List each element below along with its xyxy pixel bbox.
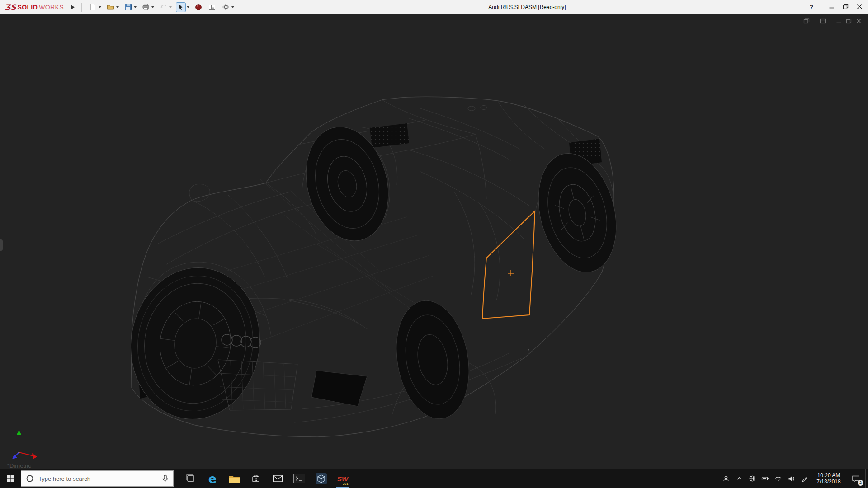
task-pane-button[interactable] (206, 2, 218, 13)
flyout-icon (71, 5, 75, 9)
cortana-circle-icon (26, 474, 34, 483)
3d-viewport-canvas[interactable] (0, 14, 868, 469)
mail-icon (273, 474, 283, 483)
taskbar-apps: e (180, 469, 354, 488)
network-button[interactable] (745, 469, 759, 488)
gear-icon (221, 3, 230, 12)
task-view-icon (186, 474, 196, 483)
window-controls: ? (810, 3, 868, 11)
view-orientation-label: *Dimetric (7, 462, 31, 469)
search-input[interactable] (38, 475, 158, 483)
taskbar-clock[interactable]: 10:20 AM 7/13/2018 (811, 472, 846, 485)
restore-button[interactable] (843, 3, 849, 11)
taskbar-search-box[interactable] (21, 470, 174, 487)
print-button[interactable] (140, 2, 156, 13)
store-button[interactable] (245, 469, 267, 488)
wifi-icon (774, 475, 782, 482)
notification-badge: 2 (858, 480, 863, 486)
windows-logo-icon (6, 474, 14, 483)
solidworks-2017-icon: SW 2017 (335, 472, 350, 485)
new-window-button[interactable] (803, 18, 810, 26)
dropdown-caret[interactable] (187, 6, 189, 8)
speaker-icon (788, 475, 795, 482)
select-cursor-icon (176, 3, 185, 12)
select-tool-button[interactable] (175, 2, 191, 13)
clock-date: 7/13/2018 (811, 479, 846, 485)
sphere-tool-button[interactable] (193, 2, 204, 13)
pen-button[interactable] (798, 469, 811, 488)
selected-face-highlight (482, 211, 535, 319)
show-desktop-button[interactable] (865, 469, 868, 488)
task-view-button[interactable] (180, 469, 202, 488)
wifi-button[interactable] (772, 469, 785, 488)
windows-taskbar: e (0, 469, 868, 488)
close-button[interactable] (857, 3, 863, 11)
mail-button[interactable] (267, 469, 288, 488)
hidden-icons-button[interactable] (732, 469, 745, 488)
orientation-triad-icon (12, 430, 37, 459)
graphics-viewport[interactable]: *Dimetric (0, 14, 868, 469)
dropdown-caret[interactable] (116, 6, 119, 8)
battery-button[interactable] (759, 469, 772, 488)
feature-manager-collapsed-tab[interactable] (0, 239, 3, 251)
store-bag-icon (251, 474, 261, 483)
document-title: Audi R8 S.SLDASM [Read-only] (488, 4, 566, 10)
terminal-icon (293, 474, 305, 483)
globe-icon (749, 475, 756, 482)
chevron-up-icon (736, 475, 742, 482)
dassault-logo-icon: ƷS (5, 3, 16, 12)
red-sphere-icon (194, 3, 203, 12)
doc-restore-button[interactable] (846, 18, 852, 26)
system-tray (719, 469, 811, 488)
print-icon (141, 3, 150, 12)
battery-icon (761, 475, 769, 482)
tile-window-button[interactable] (820, 18, 826, 26)
file-explorer-icon (229, 474, 240, 483)
action-center-button[interactable]: 2 (846, 469, 865, 488)
undo-button[interactable] (157, 2, 173, 13)
solidworks-logo: ƷS SOLIDWORKS (0, 3, 68, 12)
command-prompt-button[interactable] (288, 469, 310, 488)
people-icon (722, 475, 730, 482)
brand-solid-text: SOLID (17, 4, 38, 11)
save-icon (123, 3, 132, 12)
document-window-controls (803, 18, 862, 26)
edge-icon: e (208, 473, 217, 485)
front-right-wheel (387, 295, 477, 424)
doc-close-button[interactable] (856, 18, 862, 26)
volume-button[interactable] (785, 469, 798, 488)
clock-time: 10:20 AM (811, 472, 846, 479)
doc-minimize-button[interactable] (836, 18, 842, 26)
dropdown-caret[interactable] (134, 6, 137, 8)
cad-viewer-button[interactable] (310, 469, 332, 488)
new-document-icon (88, 3, 97, 12)
undo-icon (159, 3, 168, 12)
options-button[interactable] (220, 2, 236, 13)
open-button[interactable] (104, 2, 120, 13)
edge-browser-button[interactable]: e (202, 469, 223, 488)
pen-icon (801, 475, 808, 482)
solidworks-app-button[interactable]: SW 2017 (332, 469, 354, 488)
rear-right-wheel (527, 145, 628, 281)
new-document-button[interactable] (87, 2, 103, 13)
dropdown-caret[interactable] (99, 6, 101, 8)
toolbar-divider (81, 3, 82, 12)
save-button[interactable] (122, 2, 138, 13)
people-button[interactable] (719, 469, 732, 488)
dropdown-caret[interactable] (231, 6, 234, 8)
open-folder-icon (106, 3, 115, 12)
file-explorer-button[interactable] (223, 469, 245, 488)
minimize-button[interactable] (829, 3, 835, 11)
titlebar: ƷS SOLIDWORKS (0, 0, 868, 14)
dropdown-caret[interactable] (151, 6, 154, 8)
mic-icon[interactable] (162, 474, 169, 483)
dropdown-caret[interactable] (169, 6, 172, 8)
help-button[interactable]: ? (810, 4, 813, 10)
start-button[interactable] (0, 469, 21, 488)
cube-app-icon (316, 473, 327, 484)
panel-icon (208, 3, 217, 12)
front-left-wheel (121, 259, 269, 427)
brand-works-text: WORKS (39, 4, 64, 11)
menu-flyout-button[interactable] (68, 2, 77, 12)
